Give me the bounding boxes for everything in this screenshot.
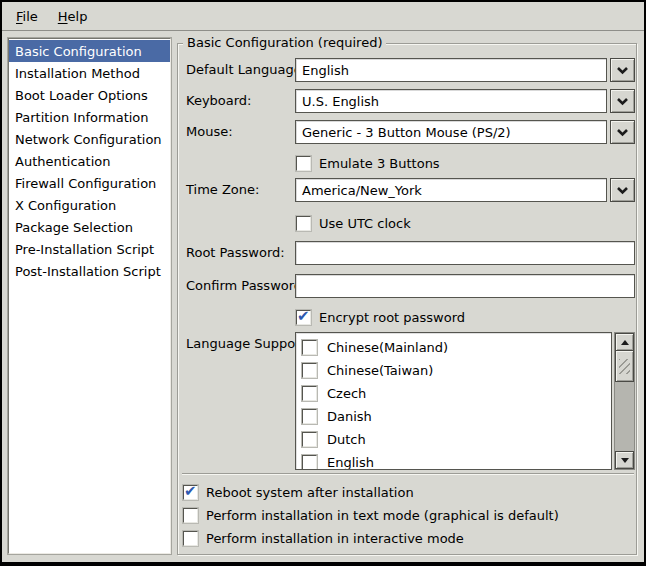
language-option[interactable]: Czech — [296, 382, 611, 405]
language-option[interactable]: Dutch — [296, 428, 611, 451]
root-password-label: Root Password: — [186, 245, 285, 260]
sidebar-item-label: Partition Information — [15, 110, 149, 125]
sidebar-item[interactable]: Post-Installation Script — [9, 260, 170, 282]
language-option-label: Chinese(Mainland) — [327, 340, 448, 355]
language-option-label: Chinese(Taiwan) — [327, 363, 433, 378]
chevron-down-icon — [616, 66, 629, 75]
checkbox-icon — [302, 409, 317, 424]
checkbox-icon — [302, 432, 317, 447]
sidebar-item-label: Boot Loader Options — [15, 88, 148, 103]
menu-bar: File Help — [2, 2, 644, 31]
chevron-down-icon — [616, 186, 629, 195]
language-option-label: English — [327, 455, 374, 470]
menu-file-label: File — [16, 9, 38, 24]
encrypt-root-password-label: Encrypt root password — [319, 310, 465, 325]
checkbox-icon — [296, 310, 311, 325]
group-title: Basic Configuration (required) — [183, 35, 386, 50]
arrow-down-icon — [621, 458, 629, 467]
sidebar-item-label: Basic Configuration — [15, 44, 142, 59]
root-password-input[interactable] — [295, 241, 635, 265]
language-option[interactable]: Danish — [296, 405, 611, 428]
install-option-label: Reboot system after installation — [206, 485, 414, 500]
install-option-label: Perform installation in interactive mode — [206, 531, 464, 546]
language-option[interactable]: Chinese(Mainland) — [296, 336, 611, 359]
keyboard-combo[interactable]: U.S. English — [295, 89, 635, 113]
checkbox-icon — [302, 363, 317, 378]
scrollbar-thumb[interactable] — [615, 351, 634, 382]
checkbox-icon — [296, 156, 311, 171]
checkbox-icon — [302, 455, 317, 470]
sidebar-item[interactable]: Partition Information — [9, 106, 170, 128]
sidebar-item[interactable]: X Configuration — [9, 194, 170, 216]
mouse-dropdown-button[interactable] — [610, 120, 635, 144]
emulate-3-buttons-label: Emulate 3 Buttons — [319, 156, 440, 171]
install-option-checkbox[interactable]: Reboot system after installation — [183, 484, 414, 501]
language-option-label: Dutch — [327, 432, 366, 447]
language-option[interactable]: English — [296, 451, 611, 470]
time-zone-value: America/New_York — [295, 178, 607, 202]
sidebar-item[interactable]: Package Selection — [9, 216, 170, 238]
menu-help[interactable]: Help — [48, 2, 98, 30]
sidebar-item[interactable]: Firewall Configuration — [9, 172, 170, 194]
vertical-scrollbar[interactable] — [614, 332, 635, 470]
use-utc-clock-checkbox[interactable]: Use UTC clock — [296, 215, 411, 232]
sidebar-item-label: Authentication — [15, 154, 110, 169]
scrollbar-trough[interactable] — [615, 382, 634, 451]
sidebar-item[interactable]: Authentication — [9, 150, 170, 172]
keyboard-dropdown-button[interactable] — [610, 89, 635, 113]
language-support-label: Language Support: — [186, 336, 310, 351]
confirm-password-input[interactable] — [295, 274, 635, 298]
language-support-list: Chinese(Mainland) Chinese(Taiwan) Czech … — [295, 332, 635, 470]
horizontal-separator — [182, 473, 634, 475]
language-option-label: Czech — [327, 386, 366, 401]
checkbox-icon — [183, 508, 198, 523]
time-zone-combo[interactable]: America/New_York — [295, 178, 635, 202]
sidebar-nav: Basic Configuration Installation Method … — [8, 38, 171, 554]
mouse-label: Mouse: — [186, 124, 233, 139]
sidebar-item[interactable]: Pre-Installation Script — [9, 238, 170, 260]
install-option-checkbox[interactable]: Perform installation in text mode (graph… — [183, 507, 559, 524]
sidebar-item-label: X Configuration — [15, 198, 116, 213]
default-language-value: English — [295, 58, 607, 82]
checkbox-icon — [302, 386, 317, 401]
menu-file[interactable]: File — [6, 2, 48, 30]
language-option[interactable]: Chinese(Taiwan) — [296, 359, 611, 382]
sidebar-item-label: Network Configuration — [15, 132, 162, 147]
encrypt-root-password-checkbox[interactable]: Encrypt root password — [296, 309, 465, 326]
arrow-up-icon — [621, 336, 629, 345]
sidebar-item-label: Installation Method — [15, 66, 140, 81]
default-language-dropdown-button[interactable] — [610, 58, 635, 82]
language-option-label: Danish — [327, 409, 372, 424]
chevron-down-icon — [616, 128, 629, 137]
mouse-value: Generic - 3 Button Mouse (PS/2) — [295, 120, 607, 144]
time-zone-dropdown-button[interactable] — [610, 178, 635, 202]
sidebar-item-label: Pre-Installation Script — [15, 242, 154, 257]
scroll-up-button[interactable] — [615, 333, 634, 351]
sidebar-item[interactable]: Basic Configuration — [9, 40, 170, 62]
confirm-password-label: Confirm Password: — [186, 278, 306, 293]
checkbox-icon — [183, 531, 198, 546]
chevron-down-icon — [616, 97, 629, 106]
default-language-combo[interactable]: English — [295, 58, 635, 82]
checkbox-icon — [302, 340, 317, 355]
sidebar-item-label: Firewall Configuration — [15, 176, 156, 191]
scroll-down-button[interactable] — [615, 451, 634, 469]
checkbox-icon — [296, 216, 311, 231]
emulate-3-buttons-checkbox[interactable]: Emulate 3 Buttons — [296, 155, 440, 172]
sidebar-item-label: Package Selection — [15, 220, 133, 235]
sidebar-item[interactable]: Boot Loader Options — [9, 84, 170, 106]
language-support-options[interactable]: Chinese(Mainland) Chinese(Taiwan) Czech … — [295, 332, 612, 470]
time-zone-label: Time Zone: — [186, 182, 259, 197]
menu-help-label: Help — [58, 9, 88, 24]
keyboard-value: U.S. English — [295, 89, 607, 113]
checkbox-icon — [183, 485, 198, 500]
sidebar-item[interactable]: Installation Method — [9, 62, 170, 84]
sidebar-item[interactable]: Network Configuration — [9, 128, 170, 150]
mouse-combo[interactable]: Generic - 3 Button Mouse (PS/2) — [295, 120, 635, 144]
install-option-checkbox[interactable]: Perform installation in interactive mode — [183, 530, 464, 547]
sidebar-item-label: Post-Installation Script — [15, 264, 161, 279]
install-option-label: Perform installation in text mode (graph… — [206, 508, 559, 523]
use-utc-clock-label: Use UTC clock — [319, 216, 411, 231]
default-language-label: Default Language: — [186, 62, 306, 77]
kickstart-configurator-window: File Help Basic Configuration Installati… — [0, 0, 646, 566]
